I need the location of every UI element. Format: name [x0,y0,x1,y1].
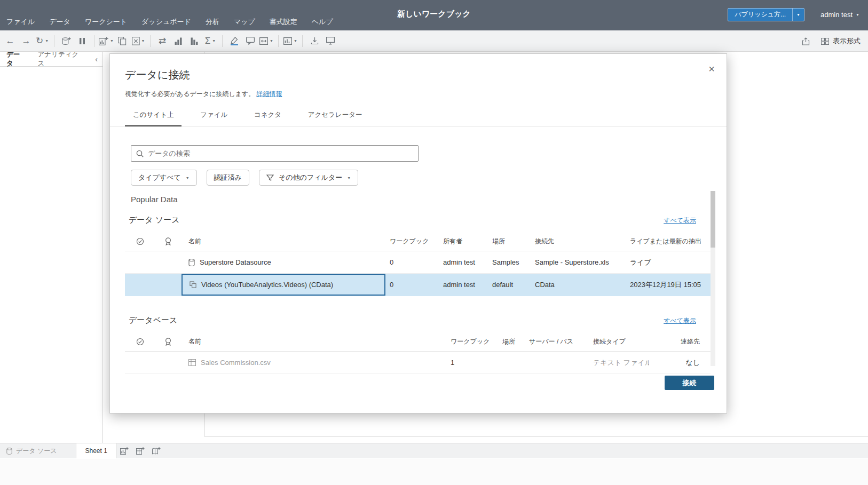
presentation-mode-button[interactable] [322,33,338,49]
sort-descending-button[interactable] [186,33,202,49]
new-story-button[interactable] [148,443,164,458]
caret-down-icon: ▼ [141,39,145,43]
close-button[interactable]: × [708,63,715,74]
show-me-icon [821,38,829,45]
view-fit-button[interactable]: ▼ [282,33,298,49]
sheet-tab-sheet1[interactable]: Sheet 1 [76,443,116,458]
scrollbar[interactable] [711,191,715,366]
datasources-view-all-link[interactable]: すべて表示 [664,216,696,225]
sigma-icon: Σ [205,36,211,46]
menu-worksheet[interactable]: ワークシート [85,17,127,27]
caret-down-icon: ▼ [347,176,351,180]
new-datasource-button[interactable] [58,33,74,49]
presentation-icon [326,37,335,45]
duplicate-button[interactable] [114,33,130,49]
connection: CData [531,281,626,289]
datasources-table-header: 名前 ワークブック 所有者 場所 接続先 ライブまたは最新の抽出 [125,232,711,251]
status-check-icon [136,338,144,346]
show-me-label: 表示形式 [833,36,861,46]
toolbar: ← → ↻ ▼ ▼ [0,30,868,52]
connect-to-data-dialog: × データに接続 視覚化する必要があるデータに接続します。 詳細情報 このサイト… [109,53,727,414]
owner: admin test [439,281,488,289]
undo-button[interactable]: ← [2,33,18,49]
caret-down-icon: ▼ [270,39,273,43]
collapse-panel-button[interactable]: ‹ [95,55,102,63]
connector-icon [190,281,196,288]
datasource-icon [188,259,195,266]
tab-on-this-site[interactable]: このサイト上 [125,110,182,126]
more-filters-button[interactable]: その他のフィルター ▼ [259,170,358,186]
menu-map[interactable]: マップ [234,17,255,27]
databases-table: 名前 ワークブック 場所 サーバー / パス 接続タイプ 連絡先 Sales C… [125,332,711,374]
certified-filter-button[interactable]: 認証済み [207,170,249,186]
highlight-pen-icon [230,36,239,45]
sort-descending-icon [191,37,199,45]
sort-ascending-icon [175,37,183,45]
table-row-sales-commission[interactable]: Sales Commission.csv 1 テキスト ファイル なし [125,352,711,374]
datasource-icon [6,448,12,455]
databases-view-all-link[interactable]: すべて表示 [664,316,696,325]
col-workbooks: ワークブック [446,337,498,346]
new-worksheet-tab-icon [120,447,129,455]
replay-button[interactable]: ↻ ▼ [34,33,50,49]
fix-axes-button[interactable]: ▼ [258,33,274,49]
pause-updates-button[interactable] [74,33,90,49]
new-dashboard-button[interactable] [132,443,148,458]
location: Samples [488,258,531,266]
col-server-path: サーバー / パス [525,337,589,346]
type-filter-label: タイプすべて [138,173,181,182]
tab-files[interactable]: ファイル [192,110,235,125]
menu-help[interactable]: ヘルプ [312,17,333,27]
show-me-button[interactable]: 表示形式 [821,36,861,46]
dialog-title: データに接続 [125,68,727,82]
download-button[interactable] [306,33,322,49]
user-menu[interactable]: admin test ▼ [820,11,859,19]
show-mark-labels-button[interactable] [242,33,258,49]
redo-button[interactable]: → [18,33,34,49]
scrollbar-thumb[interactable] [711,191,715,248]
datasources-heading: データ ソース [129,215,180,225]
tab-connectors[interactable]: コネクタ [246,110,289,125]
menu-format[interactable]: 書式設定 [270,17,297,27]
new-worksheet-button[interactable]: ▼ [98,33,114,49]
new-worksheet-tab-button[interactable] [116,443,132,458]
table-row-videos-selected[interactable]: Videos (YouTubeAnalytics.Videos) (CData)… [125,274,711,296]
menu-file[interactable]: ファイル [6,17,35,27]
connect-button[interactable]: 接続 [665,376,714,390]
menu-dashboard[interactable]: ダッシュボード [141,17,191,27]
publish-dropdown-button[interactable]: ▼ [792,9,804,21]
swap-axes-button[interactable]: ⇄ [154,33,170,49]
toolbar-separator [150,35,151,47]
sort-ascending-button[interactable] [170,33,186,49]
connection-type: テキスト ファイル [589,358,649,368]
file-table-icon [188,359,196,366]
search-box[interactable] [131,145,419,162]
dialog-tabs: このサイト上 ファイル コネクタ アクセラレーター [110,110,727,126]
col-location: 場所 [488,237,531,246]
share-button[interactable] [798,33,814,49]
tab-accelerators[interactable]: アクセラレーター [300,110,370,125]
table-row-superstore[interactable]: Superstore Datasource 0 admin test Sampl… [125,251,711,274]
clear-sheet-button[interactable]: ▼ [130,33,146,49]
certified-badge-icon [164,237,172,245]
menu-data[interactable]: データ [49,17,70,27]
database-name: Sales Commission.csv [201,359,271,367]
totals-button[interactable]: Σ ▼ [202,33,218,49]
workbooks-count: 0 [385,281,439,289]
tab-data[interactable]: データ [6,50,26,68]
datasource-tab[interactable]: データ ソース [0,443,63,458]
type-filter-button[interactable]: タイプすべて ▼ [131,170,197,186]
publish-button[interactable]: パブリッシュ方... ▼ [728,8,804,21]
publish-label: パブリッシュ方... [728,10,792,19]
status-check-icon [136,237,144,245]
highlight-button[interactable] [226,33,242,49]
databases-section-head: データベース すべて表示 [129,315,709,325]
search-input[interactable] [148,149,413,157]
tab-analytics[interactable]: アナリティクス [38,50,84,68]
live-or-extract: 2023年12月19日 15:05 [626,280,711,290]
menu-analysis[interactable]: 分析 [206,17,219,27]
workbooks-count: 1 [446,359,498,367]
new-datasource-icon [62,37,71,45]
col-name: 名前 [182,337,446,346]
more-info-link[interactable]: 詳細情報 [256,90,282,98]
